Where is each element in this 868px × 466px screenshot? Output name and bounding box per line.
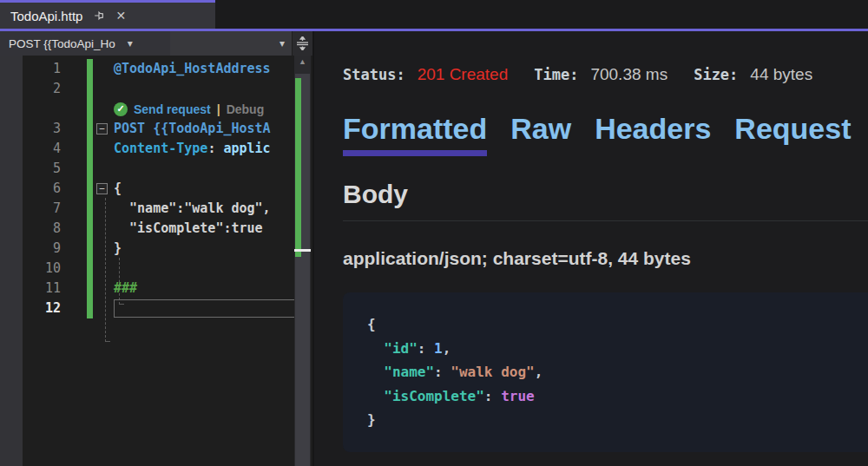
fold-column: − xyxy=(93,123,114,135)
size-label: Size: xyxy=(694,66,738,83)
json-token: : xyxy=(484,388,501,404)
editor-lines: 1@TodoApi_HostAddress2✓Send request|Debu… xyxy=(0,56,312,318)
editor-vertical-scrollbar[interactable]: ▲ xyxy=(294,56,311,466)
visual-studio-window: TodoApi.http ✕ POST {{TodoApi_Ho ▾ ▾ xyxy=(0,0,868,466)
status-label: Status: xyxy=(343,66,405,83)
code-token: "name":"walk dog", xyxy=(114,199,271,219)
json-token: : xyxy=(434,364,450,380)
json-token: { xyxy=(367,316,376,332)
send-request-link[interactable]: Send request xyxy=(134,102,211,116)
line-number: 3 xyxy=(0,119,75,139)
response-tab-request[interactable]: Request xyxy=(734,113,851,150)
line-content[interactable] xyxy=(93,159,312,179)
json-token: "name" xyxy=(367,364,434,380)
check-circle-icon: ✓ xyxy=(114,102,128,116)
line-content[interactable]: Content-Type: applic xyxy=(93,139,312,159)
line-number: 6 xyxy=(0,179,75,199)
json-token: , xyxy=(443,340,451,357)
change-tracking-bar xyxy=(87,159,93,179)
chevron-down-icon: ▾ xyxy=(279,37,285,49)
pin-icon[interactable] xyxy=(93,10,105,22)
code-token: applic xyxy=(223,139,270,159)
editor-line[interactable]: 4Content-Type: applic xyxy=(0,139,312,159)
response-tab-headers[interactable]: Headers xyxy=(595,113,711,150)
split-window-button[interactable] xyxy=(292,31,312,56)
fold-column: − xyxy=(93,183,114,194)
code-token: "isComplete":true xyxy=(114,219,263,239)
json-line: "isComplete": true xyxy=(367,384,856,409)
line-content[interactable] xyxy=(93,79,312,99)
json-line: { xyxy=(367,312,856,337)
editor-line[interactable]: 12 xyxy=(0,299,312,318)
editor-line[interactable]: 5 xyxy=(0,159,312,179)
size-value: 44 bytes xyxy=(750,65,812,84)
change-tracking-bar xyxy=(87,219,93,239)
line-content[interactable] xyxy=(93,299,312,318)
editor-pane: POST {{TodoApi_Ho ▾ ▾ 1@TodoApi_HostAddr… xyxy=(0,31,312,466)
line-number: 5 xyxy=(0,159,75,179)
response-tab-raw[interactable]: Raw xyxy=(510,113,571,150)
change-tracking-bar xyxy=(87,299,93,318)
codelens-separator: | xyxy=(217,102,220,116)
codelens-row: ✓Send request|Debug xyxy=(114,102,264,116)
editor-line[interactable]: 8 "isComplete":true xyxy=(0,219,312,239)
editor-line[interactable]: 6−{ xyxy=(0,179,312,199)
editor-line[interactable]: 7 "name":"walk dog", xyxy=(0,199,312,219)
line-number: 7 xyxy=(0,199,75,219)
line-content[interactable]: "isComplete":true xyxy=(93,219,312,239)
editor-line[interactable]: 10 xyxy=(0,259,312,279)
editor-line[interactable]: ✓Send request|Debug xyxy=(0,99,312,119)
change-tracking-bar xyxy=(87,99,93,119)
json-token: , xyxy=(535,364,543,380)
close-icon[interactable]: ✕ xyxy=(115,10,126,22)
line-content[interactable]: ### xyxy=(93,279,312,299)
code-token: : xyxy=(207,139,223,159)
collapse-icon[interactable]: − xyxy=(96,183,108,194)
json-line: "name": "walk dog", xyxy=(367,360,856,384)
response-tab-formatted[interactable]: Formatted xyxy=(343,113,487,156)
content-type-line: application/json; charset=utf-8, 44 byte… xyxy=(343,248,868,269)
code-token: { xyxy=(114,179,122,199)
request-selector-value: POST {{TodoApi_Ho xyxy=(9,37,115,50)
line-content[interactable]: @TodoApi_HostAddress xyxy=(93,59,312,79)
code-token: POST xyxy=(114,119,153,139)
response-pane: Status: 201 Created Time: 700.38 ms Size… xyxy=(314,31,868,466)
response-body-json: { "id": 1, "name": "walk dog", "isComple… xyxy=(343,292,868,452)
splitter-icon xyxy=(296,36,309,50)
change-tracking-bar xyxy=(87,279,93,299)
line-content[interactable]: −POST {{TodoApi_HostA xyxy=(93,119,312,139)
scrollbar-change-annotation xyxy=(295,78,301,257)
change-tracking-bar xyxy=(87,199,93,219)
line-content[interactable] xyxy=(93,259,312,279)
line-content[interactable]: } xyxy=(93,239,312,259)
request-selector-dropdown[interactable]: POST {{TodoApi_Ho ▾ xyxy=(0,31,170,56)
editor-line[interactable]: 3−POST {{TodoApi_HostA xyxy=(0,119,312,139)
line-content[interactable]: "name":"walk dog", xyxy=(93,199,312,219)
tab-todoapi-http[interactable]: TodoApi.http ✕ xyxy=(0,0,215,29)
collapse-icon[interactable]: − xyxy=(96,123,108,135)
editor-toolbar: POST {{TodoApi_Ho ▾ ▾ xyxy=(0,31,312,56)
editor-line[interactable]: 1@TodoApi_HostAddress xyxy=(0,59,312,79)
secondary-dropdown[interactable]: ▾ xyxy=(170,31,292,56)
editor-line[interactable]: 11### xyxy=(0,279,312,299)
scrollbar-caret-marker xyxy=(294,249,311,252)
json-token: true xyxy=(501,388,535,404)
editor-line[interactable]: 9} xyxy=(0,239,312,259)
change-tracking-bar xyxy=(87,179,93,199)
line-number: 11 xyxy=(0,279,75,299)
change-tracking-bar xyxy=(87,79,93,99)
change-tracking-bar xyxy=(87,139,93,159)
code-editor[interactable]: 1@TodoApi_HostAddress2✓Send request|Debu… xyxy=(0,56,312,466)
time-value: 700.38 ms xyxy=(590,65,667,84)
json-line: "id": 1, xyxy=(367,337,856,361)
body-section-heading: Body xyxy=(343,180,868,209)
current-line-box[interactable] xyxy=(114,299,302,318)
code-token: } xyxy=(114,239,122,259)
scroll-up-icon[interactable]: ▲ xyxy=(294,57,311,66)
editor-line[interactable]: 2 xyxy=(0,79,312,99)
json-token: } xyxy=(367,411,376,428)
debug-link[interactable]: Debug xyxy=(227,102,265,116)
line-content[interactable]: −{ xyxy=(93,179,312,199)
response-tabs: FormattedRawHeadersRequest xyxy=(343,113,868,156)
line-content[interactable]: ✓Send request|Debug xyxy=(93,99,312,119)
